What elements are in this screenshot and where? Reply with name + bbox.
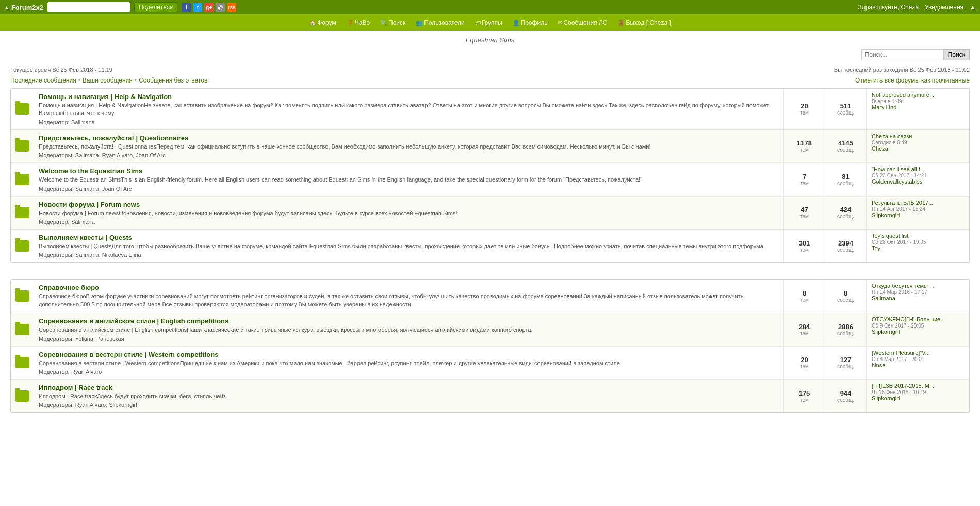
forum-row: Ипподром | Race track Ипподром | Race tr…	[11, 380, 969, 412]
site-logo[interactable]: Forum2x2	[4, 4, 43, 11]
forum-info-col: Новости форума | Forum news Новости фору…	[34, 197, 783, 229]
posts-count: 4145	[838, 139, 853, 147]
forum-title-link[interactable]: Представьтесь, пожалуйста! | Questionnai…	[39, 134, 188, 142]
last-post-title-link[interactable]: Toy's quest list	[872, 233, 908, 239]
forum-title-link[interactable]: Справочное бюро	[39, 284, 99, 291]
section-gap	[10, 271, 970, 279]
groups-icon: 🏷	[475, 20, 481, 26]
last-post-user-link[interactable]: Cheza	[872, 145, 888, 152]
nav-faq[interactable]: ❓ЧаВо	[341, 14, 375, 31]
nav-search[interactable]: 🔍Поиск	[375, 14, 411, 31]
posts-count: 81	[842, 173, 849, 181]
forum-title-link[interactable]: Помощь и навигация | Help & Navigation	[39, 93, 172, 101]
facebook-icon[interactable]: f	[182, 3, 191, 12]
forum-title-link[interactable]: Соревнования в английском стиле | Englis…	[39, 317, 228, 325]
last-post-title-link[interactable]: "How can I see all f...	[872, 166, 925, 172]
topics-label: тем	[800, 331, 809, 336]
last-posts-link[interactable]: Последние сообщения	[10, 77, 76, 84]
banner: Equestrian Sims	[0, 31, 980, 46]
last-post-title-link[interactable]: [ГН]ЕЗБ 2017-2018: М...	[872, 383, 934, 389]
forum-title-link[interactable]: Выполняем квесты | Quests	[39, 234, 132, 241]
forum-row: Новости форума | Forum news Новости фору…	[11, 197, 969, 230]
last-post-title-link[interactable]: Cheza на связи	[872, 133, 912, 139]
last-post-user-link[interactable]: Goldenvalleystables	[872, 178, 922, 185]
email-icon[interactable]: @	[216, 3, 225, 12]
forum-moderators: Модератор: Ryan Alvaro	[39, 369, 778, 375]
main-search-button[interactable]: Поиск	[944, 49, 970, 60]
forum-folder-icon	[15, 357, 29, 368]
last-post-user-link[interactable]: Slipkorngirl	[872, 395, 900, 401]
forum-title-link[interactable]: Соревнования в вестерн стиле | Western c…	[39, 351, 218, 358]
topics-label: тем	[800, 397, 809, 403]
last-post-date: Сб 9 Сен 2017 - 20:05	[872, 323, 964, 329]
forum-last-post-col: Откуда берутся темы ... Пн 14 Мар 2016 -…	[866, 280, 969, 313]
forum-section-1: Помощь и навигация | Help & Navigation П…	[10, 88, 970, 263]
pm-icon: ✉	[558, 20, 562, 26]
last-post-title-link[interactable]: Результаты БЛБ 2017...	[872, 200, 933, 206]
forum-moderators: Модератор: Salimana	[39, 219, 778, 225]
last-post-title-link[interactable]: ОТСУЖЕНО[ГН] Большие...	[872, 316, 945, 322]
last-post-user-link[interactable]: hinsei	[872, 362, 887, 368]
topics-count: 7	[803, 173, 806, 181]
last-post-user-link[interactable]: Salimana	[872, 295, 895, 301]
twitter-icon[interactable]: t	[193, 3, 202, 12]
forum-folder-icon	[15, 103, 29, 115]
forum-section-2: Справочное бюро Справочное бюроВ этом фо…	[10, 279, 970, 413]
forum-info-col: Помощь и навигация | Help & Navigation П…	[34, 89, 783, 129]
forum-info-col: Представьтесь, пожалуйста! | Questionnai…	[34, 130, 783, 162]
forum-info-col: Соревнования в вестерн стиле | Western c…	[34, 347, 783, 379]
forum-title-link[interactable]: Новости форума | Forum news	[39, 201, 140, 208]
posts-label: сообщ.	[837, 247, 854, 253]
forum-last-post-col: Not approved anymore... Вчера в 1:49 Mar…	[866, 89, 969, 129]
nav-forum[interactable]: 🏠Форум	[304, 14, 341, 31]
nav-groups[interactable]: 🏷Группы	[470, 14, 508, 31]
topics-count: 284	[799, 323, 810, 331]
last-post-title-link[interactable]: Откуда берутся темы ...	[872, 283, 934, 289]
last-post-user-link[interactable]: Toy	[872, 245, 880, 251]
last-post-title-link[interactable]: [Western Pleasure]"V...	[872, 350, 930, 356]
nav-users[interactable]: 👥Пользователи	[411, 14, 469, 31]
last-post-user-link[interactable]: Slipkorngirl	[872, 329, 900, 335]
topics-count: 20	[801, 102, 808, 110]
up-arrow-icon[interactable]: ▲	[970, 4, 976, 11]
forum-last-post-col: ОТСУЖЕНО[ГН] Большие... Сб 9 Сен 2017 - …	[866, 313, 969, 346]
forum-posts-col: 2394 сообщ.	[825, 230, 866, 262]
topbar-search-input[interactable]	[47, 2, 130, 12]
mark-all-read-link[interactable]: Отметить все форумы как прочитанные	[855, 77, 970, 84]
posts-label: сообщ.	[837, 364, 854, 369]
main-search-input[interactable]	[861, 49, 944, 60]
forum-icon-col	[11, 230, 34, 262]
no-reply-link[interactable]: Сообщения без ответов	[139, 77, 207, 84]
share-button[interactable]: Поделиться	[134, 2, 177, 12]
rss-icon[interactable]: rss	[227, 3, 236, 12]
forum-row: Справочное бюро Справочное бюроВ этом фо…	[11, 280, 969, 313]
nav-logout[interactable]: 🚪Выход [ Cheza ]	[612, 14, 676, 31]
forum-folder-icon	[15, 207, 29, 218]
forum-info-col: Справочное бюро Справочное бюроВ этом фо…	[34, 280, 783, 313]
forum-row: Welcome to the Equestrian Sims Welcome t…	[11, 163, 969, 196]
forum-posts-col: 8 сообщ.	[825, 280, 866, 313]
posts-label: сообщ.	[837, 397, 854, 403]
posts-count: 127	[840, 356, 852, 364]
nav-pm[interactable]: ✉Сообщения ЛС	[552, 14, 612, 31]
last-post-title-link[interactable]: Not approved anymore...	[872, 92, 934, 98]
last-post-user-link[interactable]: Slipkorngirl	[872, 212, 900, 218]
nav-profile[interactable]: 👤Профиль	[508, 14, 553, 31]
forum-posts-col: 2886 сообщ.	[825, 313, 866, 346]
topbar: Forum2x2 Поделиться f t g+ @ rss Здравст…	[0, 0, 980, 14]
forum-posts-col: 511 сообщ.	[825, 89, 866, 129]
current-time: Текущее время Вс 25 Фев 2018 - 11:19	[10, 67, 112, 73]
my-posts-link[interactable]: Ваши сообщения	[83, 77, 133, 84]
forum-description: Соревнования в английском стиле | Englis…	[39, 326, 778, 334]
notifications-link[interactable]: Уведомления	[925, 4, 963, 11]
forum-title-link[interactable]: Ипподром | Race track	[39, 384, 112, 391]
googleplus-icon[interactable]: g+	[204, 3, 214, 12]
forum-topics-col: 47 тем	[783, 197, 825, 229]
faq-icon: ❓	[347, 20, 354, 26]
topics-label: тем	[800, 110, 809, 116]
forum-topics-col: 7 тем	[783, 163, 825, 195]
forum-title-link[interactable]: Welcome to the Equestrian Sims	[39, 167, 142, 175]
forum-icon-col	[11, 380, 34, 412]
last-post-user-link[interactable]: Mary Lind	[872, 104, 896, 110]
posts-count: 424	[840, 206, 852, 214]
